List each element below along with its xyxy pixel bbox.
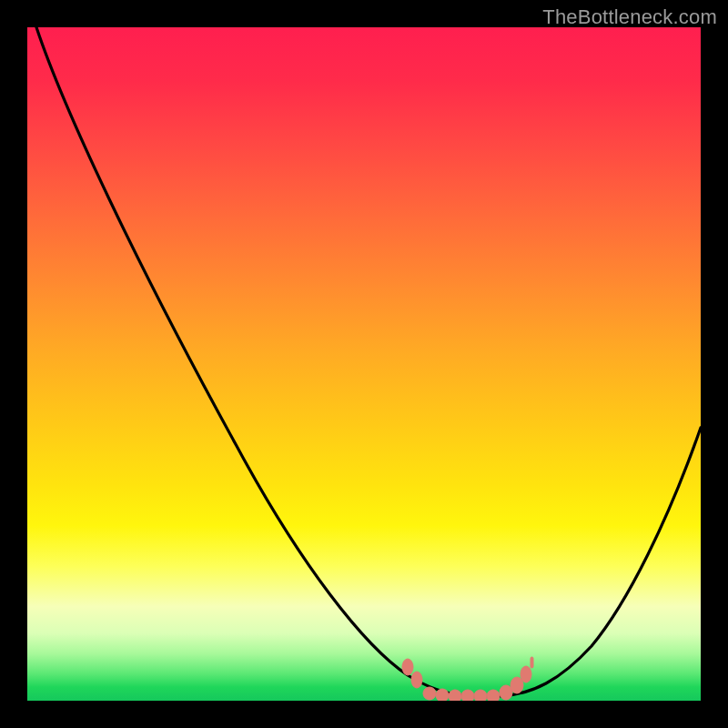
svg-point-7	[487, 690, 500, 701]
chart-frame: TheBottleneck.com	[0, 0, 728, 728]
svg-point-1	[411, 672, 422, 688]
svg-point-10	[521, 666, 531, 682]
svg-point-3	[436, 689, 449, 701]
watermark-text: TheBottleneck.com	[542, 5, 717, 29]
svg-point-4	[449, 690, 461, 701]
svg-point-5	[461, 690, 474, 701]
svg-point-0	[402, 659, 413, 675]
svg-point-6	[474, 690, 487, 701]
svg-rect-11	[531, 657, 533, 668]
plot-area	[27, 27, 701, 701]
curve-layer	[27, 27, 701, 701]
bottleneck-curve	[36, 27, 701, 696]
svg-point-2	[423, 687, 436, 700]
